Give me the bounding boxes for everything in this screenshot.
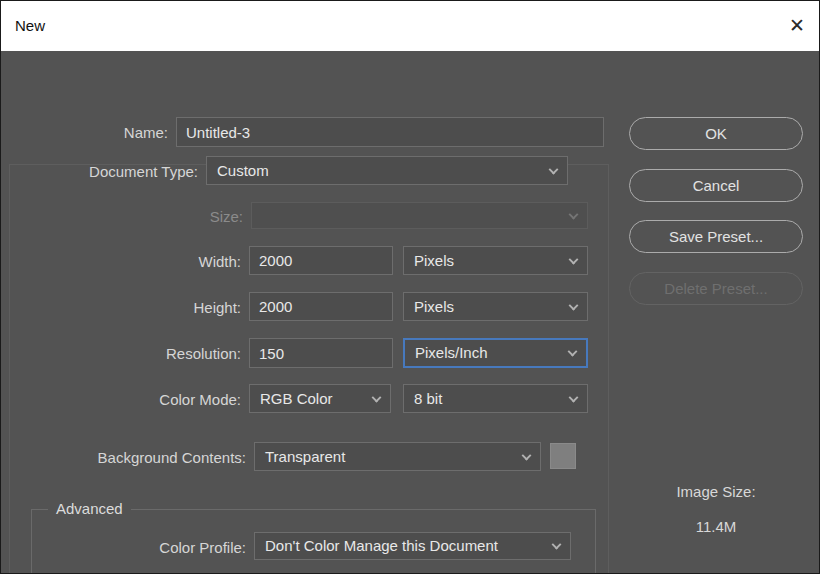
chevron-down-icon [372,392,382,402]
chevron-down-icon [549,164,559,174]
width-unit-select[interactable]: Pixels [403,246,588,275]
color-mode-value: RGB Color [260,390,333,407]
color-profile-label: Color Profile: [61,539,246,557]
document-type-label: Document Type: [21,163,198,181]
chevron-down-icon [569,209,579,219]
resolution-label: Resolution: [101,345,241,363]
height-input[interactable] [249,292,393,321]
size-select [251,202,588,229]
color-mode-select[interactable]: RGB Color [249,384,391,413]
image-size-label: Image Size: [629,483,803,500]
ok-button[interactable]: OK [629,117,803,150]
height-unit-select[interactable]: Pixels [403,292,588,321]
resolution-input[interactable] [249,338,393,368]
dialog-body: Advanced Name: Document Type: Custom Siz… [1,51,820,574]
height-label: Height: [101,299,241,317]
width-input[interactable] [249,246,393,275]
bit-depth-value: 8 bit [414,390,442,407]
new-document-dialog: New ✕ Advanced Name: Document Type: Cust… [0,0,820,574]
dialog-title: New [15,17,45,34]
width-unit-value: Pixels [414,252,454,269]
color-mode-label: Color Mode: [101,391,241,409]
resolution-unit-value: Pixels/Inch [415,344,488,361]
chevron-down-icon [569,254,579,264]
background-color-swatch[interactable] [550,443,576,469]
chevron-down-icon [569,300,579,310]
titlebar[interactable]: New ✕ [1,1,820,51]
save-preset-button[interactable]: Save Preset... [629,220,803,253]
chevron-down-icon [522,450,532,460]
color-profile-value: Don't Color Manage this Document [265,537,498,554]
chevron-down-icon [568,347,578,357]
size-label: Size: [101,208,243,226]
cancel-button[interactable]: Cancel [629,169,803,202]
close-icon[interactable]: ✕ [785,14,809,37]
document-type-value: Custom [217,162,269,179]
resolution-unit-select[interactable]: Pixels/Inch [403,338,588,368]
background-contents-select[interactable]: Transparent [254,442,541,471]
chevron-down-icon [552,540,562,550]
bit-depth-select[interactable]: 8 bit [403,384,588,413]
background-contents-value: Transparent [265,448,345,465]
document-type-select[interactable]: Custom [206,156,568,185]
advanced-section-label: Advanced [48,500,131,517]
image-size-value: 11.4M [629,518,803,535]
name-label: Name: [41,124,168,142]
width-label: Width: [101,253,241,271]
background-contents-label: Background Contents: [41,449,246,467]
name-input[interactable] [176,117,604,147]
height-unit-value: Pixels [414,298,454,315]
delete-preset-button: Delete Preset... [629,272,803,305]
color-profile-select[interactable]: Don't Color Manage this Document [254,532,571,560]
chevron-down-icon [569,392,579,402]
